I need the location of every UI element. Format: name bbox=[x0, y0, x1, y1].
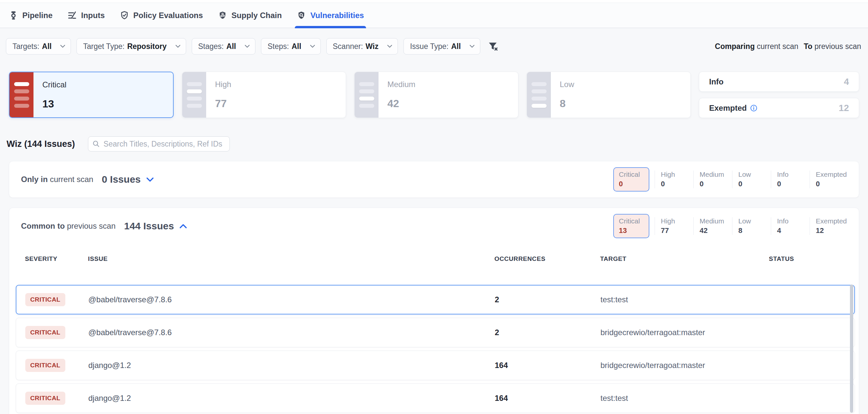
chevron-down-icon bbox=[245, 45, 250, 48]
filter-stages[interactable]: Stages: All bbox=[192, 38, 255, 55]
chip-label: Critical bbox=[619, 217, 644, 225]
policy-evaluations-icon bbox=[120, 11, 129, 20]
section-label-rest: current scan bbox=[50, 175, 93, 184]
chevron-down-icon bbox=[175, 45, 181, 48]
chip-info[interactable]: Info 0 bbox=[771, 171, 810, 188]
supply-chain-icon bbox=[218, 11, 227, 20]
severity-badge: CRITICAL bbox=[25, 359, 65, 372]
severity-badge: CRITICAL bbox=[25, 326, 65, 339]
chip-value: 0 bbox=[777, 180, 810, 188]
chip-value: 0 bbox=[738, 180, 771, 188]
occurrences-cell: 2 bbox=[495, 295, 600, 304]
chevron-down-icon bbox=[469, 45, 475, 48]
chevron-down-icon[interactable] bbox=[146, 177, 154, 182]
filter-label: Targets: bbox=[12, 42, 39, 51]
chip-label: Critical bbox=[619, 171, 644, 178]
chip-value: 4 bbox=[777, 227, 810, 235]
column-target: TARGET bbox=[600, 255, 769, 263]
chip-high[interactable]: High 77 bbox=[655, 217, 693, 235]
tab-pipeline[interactable]: Pipeline bbox=[9, 3, 53, 28]
severity-card-low[interactable]: Low 8 bbox=[527, 71, 691, 118]
filter-steps[interactable]: Steps: All bbox=[261, 38, 321, 55]
table-row[interactable]: CRITICAL @babel/traverse@7.8.6 2 test:te… bbox=[16, 285, 855, 315]
severity-card-medium[interactable]: Medium 42 bbox=[354, 71, 518, 118]
chip-label: Info bbox=[777, 217, 810, 225]
pipeline-icon bbox=[9, 11, 18, 20]
severity-card-label: High bbox=[215, 80, 231, 89]
filter-targets[interactable]: Targets: All bbox=[6, 38, 71, 55]
info-icon[interactable] bbox=[750, 105, 757, 112]
chip-critical[interactable]: Critical 13 bbox=[613, 214, 649, 238]
tab-supply-chain[interactable]: Supply Chain bbox=[218, 3, 282, 28]
filter-scanner[interactable]: Scanner: Wiz bbox=[326, 38, 398, 55]
chip-value: 0 bbox=[619, 180, 644, 188]
column-severity: SEVERITY bbox=[25, 255, 88, 263]
search-icon bbox=[92, 140, 100, 148]
comparing-current: current scan bbox=[757, 42, 798, 51]
top-strip bbox=[0, 0, 868, 3]
chip-label: Exempted bbox=[816, 217, 848, 225]
search-input[interactable] bbox=[88, 136, 230, 151]
table-row[interactable]: CRITICAL @babel/traverse@7.8.6 2 bridgec… bbox=[16, 318, 855, 347]
scanner-row: Wiz (144 Issues) bbox=[6, 136, 868, 151]
table-header: SEVERITY ISSUE OCCURRENCES TARGET STATUS bbox=[25, 251, 855, 267]
chip-low[interactable]: Low 8 bbox=[732, 217, 771, 235]
chip-exempted[interactable]: Exempted 0 bbox=[810, 171, 848, 188]
tab-policy-evaluations[interactable]: Policy Evaluations bbox=[120, 3, 203, 28]
chip-value: 77 bbox=[661, 227, 693, 235]
chip-low[interactable]: Low 0 bbox=[732, 171, 771, 188]
search-box bbox=[88, 136, 230, 151]
filter-target-type[interactable]: Target Type: Repository bbox=[76, 38, 186, 55]
clear-filters-icon[interactable] bbox=[488, 41, 498, 51]
tab-label: Supply Chain bbox=[231, 11, 282, 20]
severity-card-count: 13 bbox=[42, 98, 66, 110]
section-label: Common to previous scan bbox=[21, 221, 116, 231]
column-issue: ISSUE bbox=[88, 255, 494, 263]
chip-value: 0 bbox=[816, 180, 848, 188]
severity-card-label: Low bbox=[560, 80, 574, 89]
info-card[interactable]: Info 4 bbox=[699, 71, 859, 92]
target-cell: bridgecrewio/terragoat:master bbox=[600, 328, 769, 337]
chip-value: 0 bbox=[661, 180, 693, 188]
occurrences-cell: 164 bbox=[495, 394, 600, 403]
chip-label: Info bbox=[777, 171, 810, 178]
severity-card-high[interactable]: High 77 bbox=[182, 71, 346, 118]
section-label-bold: Only in bbox=[21, 175, 48, 184]
issue-cell: @babel/traverse@7.8.6 bbox=[88, 328, 495, 337]
chip-info[interactable]: Info 4 bbox=[771, 217, 810, 235]
filter-issue-type[interactable]: Issue Type: All bbox=[403, 38, 480, 55]
comparing-to: To bbox=[804, 42, 812, 51]
chip-label: Medium bbox=[700, 171, 732, 178]
tab-label: Inputs bbox=[81, 11, 105, 20]
chevron-down-icon bbox=[60, 45, 65, 48]
chip-high[interactable]: High 0 bbox=[655, 171, 693, 188]
tab-label: Pipeline bbox=[22, 11, 53, 20]
exempted-card[interactable]: Exempted 12 bbox=[699, 98, 859, 118]
issue-cell: django@1.2 bbox=[88, 394, 495, 403]
filter-value: All bbox=[42, 42, 52, 51]
common-to-previous-scan-section: Common to previous scan 144 Issues Criti… bbox=[9, 208, 859, 414]
table-row[interactable]: CRITICAL django@1.2 164 bridgecrewio/ter… bbox=[16, 351, 855, 380]
chip-medium[interactable]: Medium 0 bbox=[693, 171, 732, 188]
chip-critical[interactable]: Critical 0 bbox=[613, 167, 649, 191]
chip-exempted[interactable]: Exempted 12 bbox=[810, 217, 848, 235]
chip-medium[interactable]: Medium 42 bbox=[693, 217, 732, 235]
tab-label: Policy Evaluations bbox=[133, 11, 203, 20]
chevron-up-icon[interactable] bbox=[179, 224, 187, 229]
comparing-previous: previous scan bbox=[814, 42, 861, 51]
severity-card-count: 8 bbox=[560, 97, 574, 110]
severity-card-critical[interactable]: Critical 13 bbox=[9, 71, 174, 118]
filter-row: Targets: All Target Type: Repository Sta… bbox=[0, 38, 868, 55]
scanner-title: Wiz (144 Issues) bbox=[6, 139, 75, 149]
filter-label: Stages: bbox=[198, 42, 224, 51]
issue-cell: @babel/traverse@7.8.6 bbox=[88, 295, 495, 304]
table-row[interactable]: CRITICAL django@1.2 164 test:test bbox=[16, 383, 855, 413]
occurrences-cell: 2 bbox=[495, 328, 600, 337]
column-status: STATUS bbox=[769, 255, 855, 263]
tab-vulnerabilities[interactable]: Vulnerabilities bbox=[297, 3, 364, 28]
tab-inputs[interactable]: Inputs bbox=[68, 3, 105, 28]
filter-label: Target Type: bbox=[83, 42, 124, 51]
info-exempted-column: Info 4 Exempted 12 bbox=[699, 71, 859, 118]
table-scrollbar[interactable] bbox=[850, 285, 853, 413]
chip-label: Low bbox=[738, 171, 771, 178]
